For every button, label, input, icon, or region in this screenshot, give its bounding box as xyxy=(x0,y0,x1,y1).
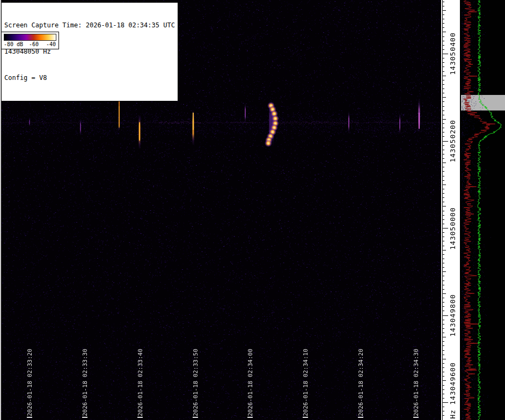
capture-time-line: Screen Capture Time: 2026-01-18 02:34:35… xyxy=(4,21,175,30)
time-tick-label: 2026-01-18 02:33:40 xyxy=(137,349,144,416)
frequency-tick-label: 143049600 xyxy=(449,362,457,404)
capture-info-box: Screen Capture Time: 2026-01-18 02:34:35… xyxy=(1,2,178,101)
color-scale-legend: -80 dB -60 -40 xyxy=(1,32,59,49)
app-root: Screen Capture Time: 2026-01-18 02:34:35… xyxy=(0,0,505,420)
legend-label-min: -80 dB xyxy=(4,41,23,47)
frequency-tick-label: 143050000 xyxy=(449,207,457,249)
frequency-tick-label: 143050400 xyxy=(449,32,457,75)
legend-label-mid: -60 xyxy=(29,41,39,47)
frequency-tick-label: 143050200 xyxy=(449,120,457,162)
time-tick-label: 2026-01-18 02:34:10 xyxy=(302,349,309,416)
config-line: Config = V8 xyxy=(4,73,175,82)
time-tick-label: 2026-01-18 02:34:30 xyxy=(413,349,420,416)
frequency-unit-label: Hz xyxy=(449,409,457,419)
legend-label-max: -40 xyxy=(46,41,56,47)
color-scale-gradient xyxy=(4,34,56,41)
time-tick-label: 2026-01-18 02:33:30 xyxy=(82,349,89,416)
color-scale-labels: -80 dB -60 -40 xyxy=(4,41,56,48)
time-tick-label: 2026-01-18 02:34:20 xyxy=(357,349,364,416)
time-tick-label: 2026-01-18 02:34:00 xyxy=(247,349,254,416)
time-tick-label: 2026-01-18 02:33:50 xyxy=(192,349,199,416)
overlay-layer: Screen Capture Time: 2026-01-18 02:34:35… xyxy=(0,0,505,420)
frequency-tick-label: 143049800 xyxy=(449,294,457,336)
time-tick-label: 2026-01-18 02:33:20 xyxy=(26,349,33,416)
